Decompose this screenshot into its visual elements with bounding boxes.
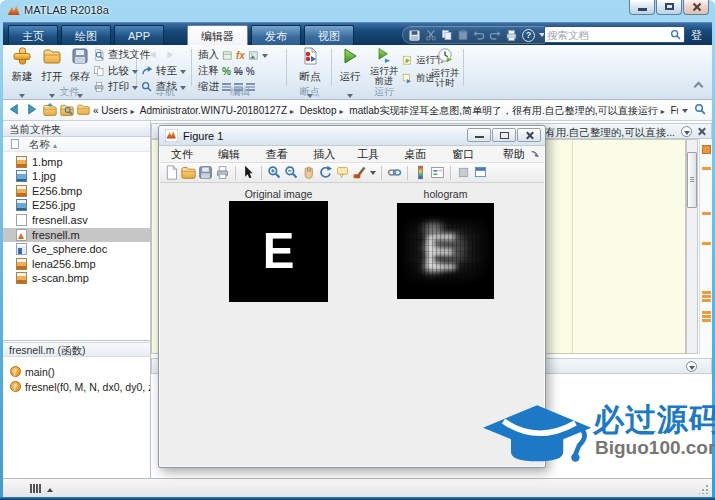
back-icon[interactable] [8, 103, 22, 117]
compare-button[interactable]: 比较 [93, 64, 138, 78]
warning-mark[interactable] [702, 212, 711, 215]
navigate-forward-icon[interactable] [163, 49, 176, 62]
function-row[interactable]: ƒ fresnel(f0, M, N, dx0, dy0, z, lamb [3, 380, 150, 394]
file-row[interactable]: 1.bmp [3, 155, 150, 169]
save-icon[interactable] [408, 29, 421, 42]
goto-button[interactable]: 转至 [141, 64, 186, 78]
brush-dropdown-icon[interactable] [370, 171, 376, 175]
copy-icon[interactable] [441, 29, 453, 41]
breadcrumb-dropdown-icon[interactable] [682, 109, 688, 113]
tab-home[interactable]: 主页 [8, 25, 58, 46]
redo-icon[interactable] [489, 29, 501, 41]
scrollbar-thumb[interactable] [687, 152, 697, 208]
warning-mark[interactable] [702, 311, 711, 314]
menu-desktop[interactable]: 桌面(D) [397, 146, 445, 162]
warning-mark[interactable] [702, 291, 711, 294]
save-figure-icon[interactable] [198, 165, 213, 180]
breadcrumb-segment[interactable]: Administrator.WIN7U-20180127Z [140, 105, 287, 116]
dock-figure-arrow-icon[interactable] [530, 150, 540, 160]
hide-plot-tools-icon[interactable] [456, 165, 471, 180]
print-icon[interactable] [505, 29, 518, 42]
warning-mark[interactable] [702, 299, 711, 302]
name-column-header[interactable]: 名称 ▴ [3, 137, 150, 152]
resize-grip-icon[interactable] [699, 485, 708, 494]
tab-publish[interactable]: 发布 [251, 25, 301, 46]
figure-close-button[interactable] [517, 128, 541, 142]
breadcrumb-segment[interactable]: matlab实现菲涅耳全息图,简单明了，很有用.自己整理的,可以直接运行 [349, 105, 657, 116]
file-row[interactable]: 1.jpg [3, 169, 150, 183]
zoom-in-icon[interactable] [267, 165, 282, 180]
file-row[interactable]: lena256.bmp [3, 257, 150, 271]
brush-icon[interactable] [352, 165, 367, 180]
panel-splitter[interactable] [3, 340, 150, 341]
editor-scrollbar[interactable] [686, 139, 698, 354]
editor-menu-icon[interactable] [681, 126, 692, 137]
tab-apps[interactable]: APP [114, 25, 164, 46]
help-icon[interactable]: ? [522, 29, 535, 42]
comment-icon[interactable]: % [222, 66, 231, 77]
figure-restore-button[interactable] [492, 128, 516, 142]
menu-insert[interactable]: 插入(I) [306, 146, 350, 162]
pan-icon[interactable] [301, 165, 316, 180]
pointer-icon[interactable] [241, 165, 256, 180]
warning-mark[interactable] [702, 167, 711, 170]
paste-icon[interactable] [457, 29, 469, 41]
function-row[interactable]: ƒ main() [3, 365, 150, 379]
up-one-level-icon[interactable] [43, 103, 57, 117]
file-row[interactable]: s-scan.bmp [3, 271, 150, 285]
figure-title-bar[interactable]: Figure 1 [159, 126, 545, 146]
search-input[interactable] [547, 28, 667, 41]
print-figure-icon[interactable] [215, 165, 230, 180]
insert-function-icon[interactable]: fx [236, 50, 245, 61]
panel-menu-icon[interactable] [686, 361, 697, 372]
browse-folder-icon[interactable] [60, 103, 74, 117]
tab-view[interactable]: 视图 [304, 25, 354, 46]
figure-minimize-button[interactable] [467, 128, 491, 142]
menu-file[interactable]: 文件(F) [164, 146, 211, 162]
warning-mark[interactable] [702, 242, 711, 245]
insert-row[interactable]: 插入 fx [198, 48, 268, 62]
status-grip-icon[interactable] [30, 484, 44, 493]
menu-edit[interactable]: 编辑(E) [211, 146, 259, 162]
status-grip-caret-icon[interactable] [47, 488, 53, 492]
new-figure-icon[interactable] [164, 165, 179, 180]
uncomment-icon[interactable]: % [234, 66, 243, 77]
file-row-selected[interactable]: fresnell.m [3, 228, 150, 242]
open-file-icon[interactable] [181, 165, 196, 180]
link-plot-icon[interactable] [387, 165, 402, 180]
comment-row[interactable]: 注释 % % % [198, 64, 255, 78]
close-button[interactable] [683, 0, 709, 15]
colorbar-icon[interactable] [413, 165, 428, 180]
message-indicator-icon[interactable] [702, 145, 711, 154]
menu-window[interactable]: 窗口(W) [445, 146, 495, 162]
tab-plots[interactable]: 绘图 [61, 25, 111, 46]
file-row[interactable]: fresnell.asv [3, 213, 150, 227]
minimize-button[interactable] [629, 0, 655, 15]
run-and-time-button[interactable]: 运行并计时 [430, 47, 460, 88]
rotate-3d-icon[interactable] [318, 165, 333, 180]
file-row[interactable]: E256.jpg [3, 198, 150, 212]
warning-mark[interactable] [702, 295, 711, 298]
forward-icon[interactable] [24, 103, 38, 117]
navigate-back-icon[interactable] [147, 49, 160, 62]
file-row[interactable]: Ge_sphere.doc [3, 242, 150, 256]
dock-figure-icon[interactable] [473, 165, 488, 180]
maximize-button[interactable] [656, 0, 682, 15]
zoom-out-icon[interactable] [284, 165, 299, 180]
cut-icon[interactable] [425, 29, 437, 41]
breadcrumb-segment[interactable]: Users [101, 105, 127, 116]
insert-image-icon[interactable] [248, 50, 259, 61]
data-cursor-icon[interactable] [335, 165, 350, 180]
search-icon[interactable] [670, 29, 682, 41]
file-row[interactable]: E256.bmp [3, 184, 150, 198]
breadcrumb-segment[interactable]: Fresnel Hologram [670, 105, 678, 116]
menu-view[interactable]: 查看(V) [259, 146, 307, 162]
legend-icon[interactable] [430, 165, 445, 180]
breadcrumb-segment[interactable]: Desktop [300, 105, 337, 116]
run-and-advance-button[interactable]: 运行并前进 [366, 47, 402, 86]
search-folder-icon[interactable] [694, 103, 707, 116]
undo-icon[interactable] [473, 29, 485, 41]
tab-editor[interactable]: 编辑器 [187, 25, 248, 46]
wrap-comment-icon[interactable]: % [246, 66, 255, 77]
warning-mark[interactable] [702, 315, 711, 318]
